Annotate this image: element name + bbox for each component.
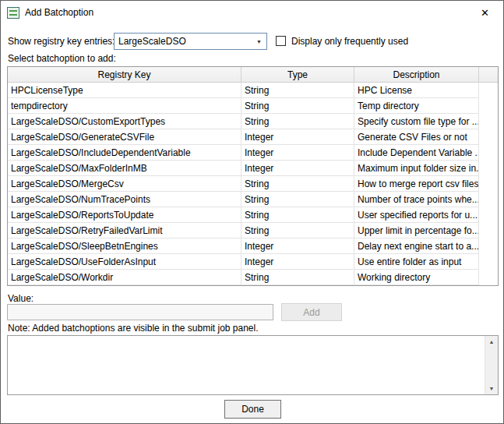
cell-description: HPC License <box>354 83 479 98</box>
cell-description: Include Dependent Variable ... <box>354 145 479 161</box>
cell-type: Integer <box>241 145 354 161</box>
done-button-label: Done <box>241 404 264 415</box>
add-button[interactable]: Add <box>281 303 342 321</box>
cell-gutter <box>479 145 498 161</box>
cell-type: Integer <box>241 238 354 254</box>
note-label: Note: Added batchoptions are visible in … <box>8 323 259 334</box>
cell-registry-key: tempdirectory <box>8 98 241 114</box>
table-row[interactable]: LargeScaleDSO/MergeCsvStringHow to merge… <box>8 176 498 192</box>
cell-registry-key: LargeScaleDSO/CustomExportTypes <box>8 114 241 129</box>
cell-type: String <box>241 98 354 114</box>
notes-textarea[interactable]: ▲ ▼ <box>7 335 499 395</box>
done-button[interactable]: Done <box>224 400 281 419</box>
cell-gutter <box>479 114 498 129</box>
cell-description: Maximum input folder size in... <box>354 161 479 176</box>
cell-gutter <box>479 129 498 145</box>
close-button[interactable]: ✕ <box>467 2 502 23</box>
scroll-down-button[interactable]: ▼ <box>485 383 498 394</box>
table-header-type[interactable]: Type <box>241 67 354 82</box>
table-row[interactable]: LargeScaleDSO/NumTracePointsStringNumber… <box>8 192 498 207</box>
registry-entries-label: Show registry key entries: <box>8 36 115 47</box>
value-input[interactable] <box>7 304 273 320</box>
cell-registry-key: LargeScaleDSO/UseFolderAsInput <box>8 254 241 270</box>
cell-type: String <box>241 223 354 238</box>
cell-registry-key: LargeScaleDSO/MaxFolderInMB <box>8 161 241 176</box>
cell-gutter <box>479 176 498 192</box>
cell-registry-key: LargeScaleDSO/ReportsToUpdate <box>8 207 241 223</box>
table-header-gutter <box>479 67 498 82</box>
cell-gutter <box>479 254 498 270</box>
cell-type: Integer <box>241 254 354 270</box>
table-row[interactable]: LargeScaleDSO/IncludeDependentVariableIn… <box>8 145 498 161</box>
table-row[interactable]: LargeScaleDSO/SleepBetnEnginesIntegerDel… <box>8 238 498 254</box>
title-bar: Add Batchoption <box>1 1 503 24</box>
cell-gutter <box>479 223 498 238</box>
cell-gutter <box>479 161 498 176</box>
cell-registry-key: LargeScaleDSO/SleepBetnEngines <box>8 238 241 254</box>
table-row[interactable]: LargeScaleDSO/WorkdirStringWorking direc… <box>8 270 498 285</box>
close-icon: ✕ <box>481 7 489 19</box>
cell-type: String <box>241 176 354 192</box>
notes-content <box>8 336 485 394</box>
cell-description: How to merge report csv files <box>354 176 479 192</box>
cell-type: String <box>241 207 354 223</box>
table-header-row: Registry Key Type Description <box>8 67 498 83</box>
registry-entries-selected-value: LargeScaleDSO <box>115 34 252 49</box>
cell-description: Delay next engine start to a... <box>354 238 479 254</box>
cell-description: Use entire folder as input <box>354 254 479 270</box>
cell-registry-key: LargeScaleDSO/Workdir <box>8 270 241 285</box>
cell-gutter <box>479 83 498 98</box>
cell-description: Temp directory <box>354 98 479 114</box>
cell-gutter <box>479 238 498 254</box>
scroll-up-icon: ▲ <box>489 339 495 344</box>
cell-type: String <box>241 270 354 285</box>
cell-description: Working directory <box>354 270 479 285</box>
cell-type: String <box>241 114 354 129</box>
cell-gutter <box>479 270 498 285</box>
cell-type: Integer <box>241 129 354 145</box>
vertical-scrollbar[interactable]: ▲ ▼ <box>485 336 498 394</box>
table-row[interactable]: LargeScaleDSO/GenerateCSVFileIntegerGene… <box>8 129 498 145</box>
cell-registry-key: LargeScaleDSO/IncludeDependentVariable <box>8 145 241 161</box>
table-row[interactable]: LargeScaleDSO/CustomExportTypesStringSpe… <box>8 114 498 129</box>
table-header-registry-key[interactable]: Registry Key <box>8 67 241 82</box>
table-row[interactable]: LargeScaleDSO/MaxFolderInMBIntegerMaximu… <box>8 161 498 176</box>
window-title: Add Batchoption <box>25 7 93 18</box>
table-header-description[interactable]: Description <box>354 67 479 82</box>
cell-registry-key: LargeScaleDSO/NumTracePoints <box>8 192 241 207</box>
cell-gutter <box>479 207 498 223</box>
cell-description: Specify custom file type for ... <box>354 114 479 129</box>
cell-type: String <box>241 83 354 98</box>
batchoption-table: Registry Key Type Description HPCLicense… <box>7 66 499 286</box>
table-row[interactable]: tempdirectoryStringTemp directory <box>8 98 498 114</box>
table-row[interactable]: HPCLicenseTypeStringHPC License <box>8 83 498 98</box>
app-icon <box>7 7 19 19</box>
cell-type: Integer <box>241 161 354 176</box>
select-batchoption-label: Select batchoption to add: <box>8 53 116 64</box>
registry-entries-select[interactable]: LargeScaleDSO ▼ <box>114 33 267 50</box>
cell-description: User specified reports for u... <box>354 207 479 223</box>
value-label: Value: <box>8 293 33 304</box>
cell-registry-key: LargeScaleDSO/GenerateCSVFile <box>8 129 241 145</box>
cell-registry-key: LargeScaleDSO/MergeCsv <box>8 176 241 192</box>
add-button-label: Add <box>303 307 319 318</box>
table-body: HPCLicenseTypeStringHPC Licensetempdirec… <box>8 83 498 285</box>
table-row[interactable]: LargeScaleDSO/ReportsToUpdateStringUser … <box>8 207 498 223</box>
scroll-down-icon: ▼ <box>489 386 495 391</box>
cell-type: String <box>241 192 354 207</box>
frequently-used-checkbox[interactable] <box>276 36 286 46</box>
frequently-used-label: Display only frequently used <box>291 36 408 47</box>
cell-registry-key: HPCLicenseType <box>8 83 241 98</box>
scroll-up-button[interactable]: ▲ <box>485 336 498 348</box>
cell-description: Upper limit in percentage fo... <box>354 223 479 238</box>
table-row[interactable]: LargeScaleDSO/RetryFailedVarLimitStringU… <box>8 223 498 238</box>
add-batchoption-dialog: Add Batchoption ✕ Show registry key entr… <box>0 0 504 424</box>
cell-registry-key: LargeScaleDSO/RetryFailedVarLimit <box>8 223 241 238</box>
cell-description: Generate CSV Files or not <box>354 129 479 145</box>
cell-gutter <box>479 192 498 207</box>
table-row[interactable]: LargeScaleDSO/UseFolderAsInputIntegerUse… <box>8 254 498 270</box>
chevron-down-icon: ▼ <box>252 34 266 49</box>
cell-gutter <box>479 98 498 114</box>
cell-description: Number of trace points whe... <box>354 192 479 207</box>
